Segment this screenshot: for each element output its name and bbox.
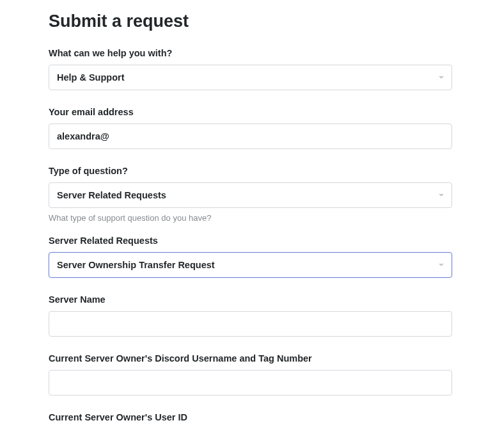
label-email: Your email address	[49, 107, 452, 117]
select-help-with-value: Help & Support	[57, 72, 125, 83]
input-owner-username[interactable]	[49, 370, 452, 396]
field-question-type: Type of question? Server Related Request…	[49, 166, 452, 223]
label-owner-userid: Current Server Owner's User ID	[49, 412, 452, 422]
help-question-type: What type of support question do you hav…	[49, 213, 452, 223]
field-owner-username: Current Server Owner's Discord Username …	[49, 353, 452, 396]
input-email-value: alexandra@	[57, 131, 109, 141]
label-question-type: Type of question?	[49, 166, 452, 176]
submit-request-page: Submit a request What can we help you wi…	[0, 0, 479, 448]
select-question-type[interactable]: Server Related Requests	[49, 182, 452, 208]
field-help-with: What can we help you with? Help & Suppor…	[49, 48, 452, 90]
select-server-requests[interactable]: Server Ownership Transfer Request	[49, 252, 452, 278]
input-email[interactable]: alexandra@	[49, 124, 452, 149]
label-server-requests: Server Related Requests	[49, 236, 452, 246]
select-server-requests-value: Server Ownership Transfer Request	[57, 260, 215, 270]
field-server-requests: Server Related Requests Server Ownership…	[49, 236, 452, 278]
select-help-with[interactable]: Help & Support	[49, 65, 452, 90]
chevron-down-icon	[439, 264, 444, 266]
select-question-type-value: Server Related Requests	[57, 190, 166, 200]
chevron-down-icon	[439, 194, 444, 196]
field-email: Your email address alexandra@	[49, 107, 452, 149]
field-owner-userid: Current Server Owner's User ID	[49, 412, 452, 422]
input-server-name[interactable]	[49, 311, 452, 337]
label-help-with: What can we help you with?	[49, 48, 452, 58]
label-owner-username: Current Server Owner's Discord Username …	[49, 353, 452, 364]
label-server-name: Server Name	[49, 294, 452, 305]
field-server-name: Server Name	[49, 294, 452, 337]
chevron-down-icon	[439, 76, 444, 79]
page-title: Submit a request	[49, 12, 452, 31]
